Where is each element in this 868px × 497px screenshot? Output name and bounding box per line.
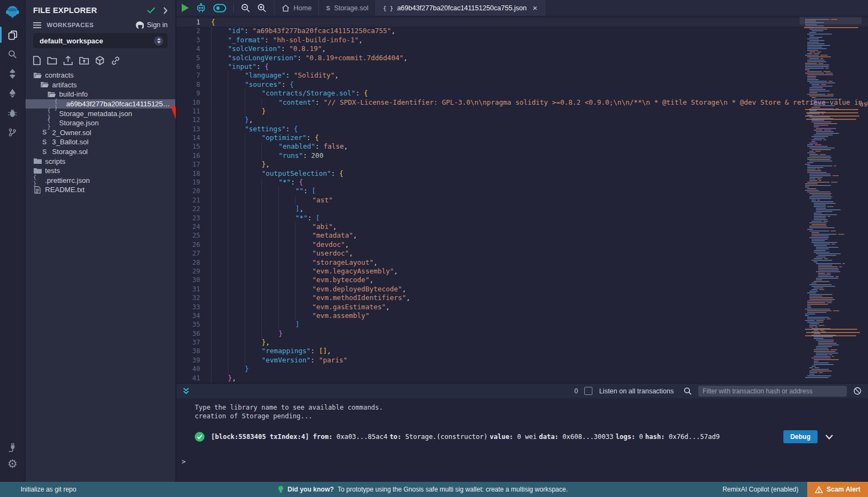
code-line-31: 31"evm.deployedBytecode", — [176, 285, 868, 294]
git-icon[interactable] — [0, 123, 25, 142]
workspaces-menu-icon[interactable] — [33, 22, 41, 28]
line-number: 12 — [176, 116, 200, 124]
upload-file-icon[interactable] — [63, 56, 73, 65]
line-number: 21 — [176, 196, 200, 205]
line-content: "solcVersion": "0.8.19", — [200, 44, 868, 53]
settings-gear-icon[interactable]: ⚙ — [8, 458, 18, 470]
code-line-6: 6"input": { — [176, 62, 868, 71]
tree-item-3-ballot-sol[interactable]: S3_Ballot.sol — [25, 137, 175, 147]
tree-item-label: 2_Owner.sol — [52, 129, 95, 137]
listen-all-checkbox[interactable] — [584, 387, 592, 395]
tree-item--prettierrc-json[interactable]: { }.prettierrc.json — [25, 176, 175, 186]
workspace-cube-icon[interactable] — [95, 56, 104, 65]
tree-item-scripts[interactable]: scripts — [25, 156, 175, 166]
new-file-icon[interactable] — [33, 56, 41, 65]
code-editor[interactable]: 1{2"id": "a69b43f277ba20fcac141151250ca7… — [176, 16, 868, 383]
line-content: "metadata", — [200, 231, 868, 240]
tab-home[interactable]: Home — [274, 0, 319, 16]
check-icon[interactable] — [147, 7, 155, 14]
workspace-stepper-icon — [154, 36, 163, 46]
code-line-3: 3"_format": "hh-sol-build-info-1", — [176, 36, 868, 44]
tab-build-info-json[interactable]: { } a69b43f277ba20fcac141151250ca755.jso… — [376, 0, 545, 16]
line-number: 27 — [176, 249, 200, 258]
zoom-out-icon[interactable] — [241, 3, 250, 12]
workspace-name: default_workspace — [40, 37, 154, 45]
code-line-35: 35] — [176, 320, 868, 329]
github-sign-in[interactable]: Sign in — [136, 21, 168, 29]
transaction-count: 0 — [575, 387, 578, 395]
remix-logo-icon[interactable] — [0, 0, 25, 25]
remixai-robot-icon[interactable] — [196, 3, 206, 13]
search-icon[interactable] — [0, 44, 25, 64]
debug-button[interactable]: Debug — [783, 430, 818, 443]
tree-item-build-info[interactable]: build-info — [25, 90, 175, 99]
sign-in-label: Sign in — [147, 21, 168, 29]
line-content: } — [200, 365, 868, 373]
listen-all-label: Listen on all transactions — [599, 387, 674, 395]
expand-transaction-icon[interactable] — [825, 435, 833, 439]
file-explorer-icon[interactable] — [0, 25, 25, 44]
upload-folder-icon[interactable] — [79, 56, 89, 65]
tree-item-2-owner-sol[interactable]: S2_Owner.sol — [25, 128, 175, 138]
terminal-search-icon[interactable] — [684, 387, 692, 395]
code-line-30: 30"evm.bytecode", — [176, 276, 868, 284]
code-line-1: 1{ — [176, 18, 868, 27]
line-number: 4 — [176, 44, 200, 53]
code-line-7: 7"language": "Solidity", — [176, 71, 868, 80]
line-content: "input": { — [200, 62, 868, 71]
terminal-prompt[interactable]: > — [182, 458, 186, 466]
line-content: "": [ — [200, 187, 868, 195]
zoom-in-icon[interactable] — [257, 3, 266, 12]
solidity-icon: S — [40, 129, 49, 136]
close-tab-icon[interactable]: × — [533, 4, 538, 12]
run-script-icon[interactable] — [182, 4, 189, 12]
workspace-select[interactable]: default_workspace — [33, 33, 168, 48]
scam-alert-badge[interactable]: Scam Alert — [807, 482, 868, 497]
line-number: 15 — [176, 142, 200, 151]
terminal-body[interactable]: Type the library name to see available c… — [176, 398, 868, 482]
tree-item-contracts[interactable]: contracts — [25, 71, 175, 80]
tree-item-artifacts[interactable]: artifacts — [25, 80, 175, 90]
code-line-22: 22], — [176, 205, 868, 213]
transaction-filter-input[interactable] — [698, 386, 847, 397]
chevron-right-icon[interactable] — [163, 7, 168, 14]
link-icon[interactable] — [111, 56, 120, 65]
line-content: "evm.deployedBytecode", — [200, 285, 868, 294]
copilot-toggle-icon[interactable] — [213, 4, 226, 12]
code-line-2: 2"id": "a69b43f277ba20fcac141151250ca755… — [176, 27, 868, 35]
warning-triangle-icon — [815, 486, 823, 493]
new-folder-icon[interactable] — [47, 56, 57, 65]
tree-item-readme-txt[interactable]: README.txt — [25, 185, 175, 195]
remix-ide-window: ⚙ FILE EXPLORER WORKSPACES Sign in defau… — [0, 0, 868, 497]
code-line-24: 24"abi", — [176, 222, 868, 231]
code-line-4: 4"solcVersion": "0.8.19", — [176, 44, 868, 53]
line-number: 7 — [176, 71, 200, 80]
deploy-run-icon[interactable] — [0, 84, 25, 103]
line-content: "content": "// SPDX-License-Identifier: … — [200, 98, 868, 107]
line-number: 32 — [176, 294, 200, 302]
code-line-26: 26"devdoc", — [176, 240, 868, 249]
solidity-compiler-icon[interactable] — [0, 64, 25, 84]
copilot-status[interactable]: RemixAI Copilot (enabled) — [723, 486, 807, 493]
plugin-manager-icon[interactable] — [8, 442, 18, 453]
tree-item-storage-json[interactable]: { }Storage.json — [25, 118, 175, 128]
line-number: 2 — [176, 27, 200, 35]
code-line-36: 36} — [176, 329, 868, 338]
tab-storage-sol[interactable]: S Storage.sol — [319, 0, 376, 16]
debugger-icon[interactable] — [0, 103, 25, 123]
clear-console-icon[interactable] — [853, 387, 861, 395]
line-number: 40 — [176, 365, 200, 373]
tree-item-tests[interactable]: tests — [25, 166, 175, 176]
success-check-icon — [195, 432, 205, 442]
lightbulb-icon — [278, 486, 284, 494]
activity-bar: ⚙ — [0, 0, 25, 482]
line-number: 19 — [176, 178, 200, 187]
code-line-10: 10"content": "// SPDX-License-Identifier… — [176, 98, 868, 107]
line-number: 1 — [176, 18, 200, 27]
collapse-terminal-icon[interactable] — [183, 387, 189, 394]
tree-item-storage-sol[interactable]: SStorage.sol — [25, 147, 175, 157]
line-number: 9 — [176, 89, 200, 98]
tree-item-label: 3_Ballot.sol — [52, 138, 93, 146]
git-init-status[interactable]: Initialize as git repo — [0, 486, 76, 493]
minimap[interactable] — [800, 17, 861, 381]
